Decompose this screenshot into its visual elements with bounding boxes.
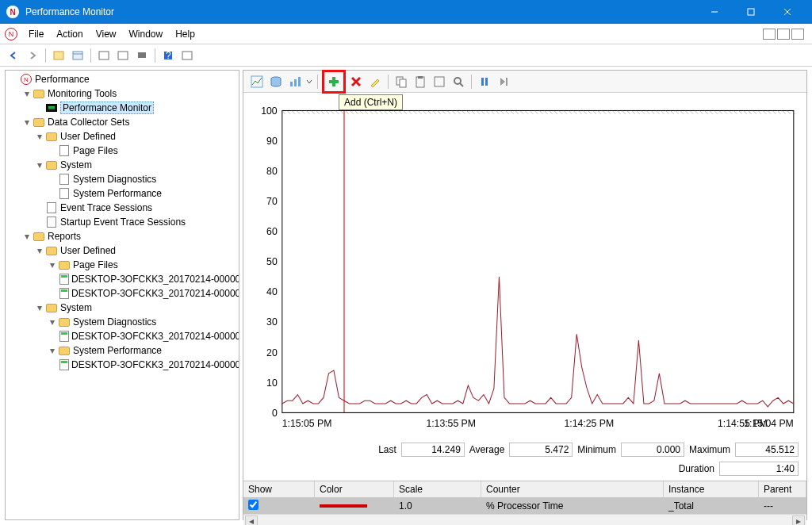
tree-item-rep1[interactable]: DESKTOP-3OFCKK3_20170214-000001	[6, 272, 239, 286]
svg-rect-15	[290, 82, 293, 86]
chart-area[interactable]: 01020304050607080901001:15:05 PM1:13:55 …	[243, 93, 806, 438]
tree-item-user_defined[interactable]: ▾User Defined	[6, 129, 239, 144]
nav-back-button[interactable]	[5, 47, 22, 64]
navigation-tree[interactable]: NPerformance▾Monitoring ToolsPerformance…	[5, 70, 239, 520]
copy-properties-button[interactable]	[393, 73, 410, 90]
maximize-button[interactable]	[733, 0, 769, 24]
svg-line-131	[758, 110, 761, 113]
svg-line-59	[408, 110, 412, 113]
tree-item-rep4[interactable]: DESKTOP-3OFCKK3_20170214-000002	[6, 358, 239, 372]
value-last: 14.249	[401, 443, 465, 457]
expand-toggle-icon[interactable]: ▾	[47, 316, 58, 328]
svg-line-107	[642, 110, 645, 113]
col-parent[interactable]: Parent	[759, 481, 806, 497]
svg-line-39	[312, 110, 315, 113]
svg-line-103	[622, 110, 625, 113]
toolbar-btn-b[interactable]	[114, 47, 132, 64]
nav-forward-button[interactable]	[24, 47, 41, 64]
paste-counter-list-button[interactable]	[412, 73, 429, 90]
tree-item-sys_diag[interactable]: System Diagnostics	[6, 172, 239, 186]
mdi-close-icon[interactable]	[791, 29, 804, 40]
add-counter-button[interactable]	[325, 73, 343, 90]
view-log-data-button[interactable]	[267, 73, 285, 90]
freeze-display-button[interactable]	[476, 73, 493, 90]
tree-item-perfmon[interactable]: Performance Monitor	[6, 101, 239, 115]
label-average: Average	[469, 444, 504, 455]
tree-item-r_sys_diag[interactable]: ▾System Diagnostics	[6, 315, 239, 329]
tree-item-r_user_defined[interactable]: ▾User Defined	[6, 243, 239, 258]
properties-button[interactable]	[69, 47, 86, 64]
expand-toggle-icon[interactable]: ▾	[21, 117, 33, 128]
expand-toggle-icon[interactable]: ▾	[21, 231, 33, 242]
svg-line-46	[345, 110, 348, 113]
menu-help[interactable]: Help	[169, 26, 201, 42]
expand-toggle-icon[interactable]: ▾	[47, 259, 58, 270]
svg-line-55	[389, 110, 393, 113]
svg-line-136	[783, 110, 786, 113]
zoom-button[interactable]	[450, 73, 467, 90]
expand-toggle-icon[interactable]: ▾	[47, 345, 58, 356]
tree-item-r_system[interactable]: ▾System	[6, 301, 239, 315]
col-instance[interactable]: Instance	[664, 481, 759, 497]
tree-item-reports[interactable]: ▾Reports	[6, 229, 239, 243]
svg-text:?: ?	[166, 50, 171, 61]
tree-item-ets[interactable]: Event Trace Sessions	[6, 201, 239, 215]
svg-line-77	[496, 110, 499, 113]
menu-action[interactable]: Action	[50, 26, 89, 42]
graph-type-dropdown[interactable]	[305, 73, 313, 90]
toolbar-btn-d[interactable]	[178, 47, 196, 64]
col-show[interactable]: Show	[243, 481, 315, 497]
menu-bar: N File Action View Window Help	[0, 24, 812, 44]
scroll-right-icon[interactable]: ▸	[792, 515, 805, 525]
update-data-button[interactable]	[495, 73, 512, 90]
tree-item-dcs[interactable]: ▾Data Collector Sets	[6, 115, 239, 129]
tree-item-root[interactable]: NPerformance	[6, 72, 239, 86]
legend-show-checkbox[interactable]	[248, 500, 259, 510]
toolbar-btn-c[interactable]	[133, 47, 151, 64]
col-color[interactable]: Color	[315, 481, 394, 497]
properties-counter-button[interactable]	[431, 73, 448, 90]
legend-scrollbar[interactable]: ◂ ▸	[243, 514, 806, 525]
menu-view[interactable]: View	[90, 26, 123, 42]
tree-item-label: DESKTOP-3OFCKK3_20170214-000001	[71, 274, 239, 285]
tree-item-rep2[interactable]: DESKTOP-3OFCKK3_20170214-000003	[6, 286, 239, 301]
legend-row[interactable]: 1.0 % Processor Time _Total ---	[243, 498, 806, 514]
mdi-restore-icon[interactable]	[777, 29, 790, 40]
svg-line-128	[744, 110, 747, 113]
expand-toggle-icon[interactable]: ▾	[34, 159, 45, 171]
tree-item-sets[interactable]: Startup Event Trace Sessions	[6, 215, 239, 229]
col-counter[interactable]: Counter	[481, 481, 664, 497]
menu-window[interactable]: Window	[123, 26, 170, 42]
change-graph-type-button[interactable]	[286, 73, 304, 90]
expand-toggle-icon[interactable]: ▾	[21, 88, 33, 99]
tree-item-rep3[interactable]: DESKTOP-3OFCKK3_20170214-000001	[6, 329, 239, 343]
view-current-activity-button[interactable]	[248, 73, 266, 90]
toolbar-btn-a[interactable]	[95, 47, 113, 64]
step-forward-icon	[497, 75, 510, 88]
expand-toggle-icon[interactable]: ▾	[34, 302, 45, 313]
scroll-left-icon[interactable]: ◂	[245, 515, 258, 525]
svg-line-86	[539, 110, 542, 113]
maximize-icon	[747, 8, 755, 16]
tree-item-r_page_files[interactable]: ▾Page Files	[6, 258, 239, 272]
tree-item-system[interactable]: ▾System	[6, 158, 239, 172]
expand-toggle-icon[interactable]: ▾	[34, 131, 45, 142]
tree-item-monitoring_tools[interactable]: ▾Monitoring Tools	[6, 86, 239, 101]
menu-file[interactable]: File	[22, 26, 50, 42]
highlight-counter-button[interactable]	[366, 73, 384, 90]
help-button[interactable]: ?	[159, 47, 177, 64]
minimize-icon	[710, 8, 718, 16]
svg-text:1:13:55 PM: 1:13:55 PM	[426, 417, 476, 428]
col-scale[interactable]: Scale	[394, 481, 481, 497]
tree-item-page_files[interactable]: Page Files	[6, 144, 239, 158]
tree-item-sys_perf[interactable]: System Performance	[6, 186, 239, 201]
mdi-minimize-icon[interactable]	[763, 29, 776, 40]
expand-toggle-icon[interactable]: ▾	[34, 245, 45, 256]
delete-counter-button[interactable]	[347, 73, 365, 90]
minimize-button[interactable]	[696, 0, 733, 24]
close-button[interactable]	[769, 0, 806, 24]
svg-rect-29	[481, 78, 484, 86]
svg-line-96	[588, 110, 592, 113]
show-hide-tree-button[interactable]	[50, 47, 67, 64]
tree-item-r_sys_perf[interactable]: ▾System Performance	[6, 343, 239, 358]
